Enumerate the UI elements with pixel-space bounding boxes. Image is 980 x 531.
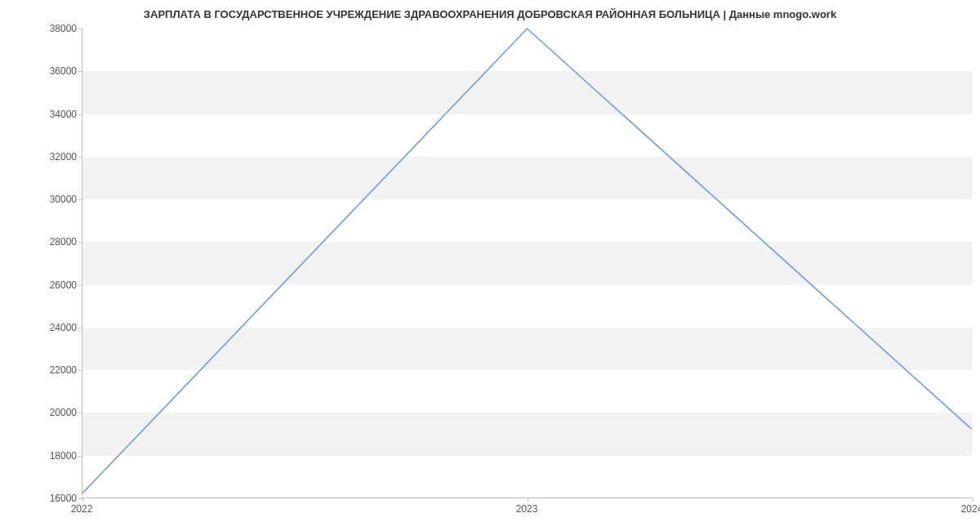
y-tick-mark xyxy=(78,157,82,158)
y-tick-label: 16000 xyxy=(3,493,77,504)
y-tick-label: 20000 xyxy=(3,407,77,418)
x-tick-mark xyxy=(528,498,528,502)
y-tick-mark xyxy=(78,242,82,243)
y-tick-label: 32000 xyxy=(3,151,77,163)
x-tick-label: 2022 xyxy=(71,503,93,515)
y-tick-label: 28000 xyxy=(3,236,77,248)
x-tick-label: 2023 xyxy=(516,503,538,515)
x-tick-mark xyxy=(973,498,973,502)
data-line xyxy=(82,29,972,493)
x-tick-label: 2024 xyxy=(961,503,980,515)
line-series xyxy=(82,29,972,498)
y-tick-label: 30000 xyxy=(3,194,77,205)
y-tick-mark xyxy=(78,29,82,29)
x-tick-mark xyxy=(82,498,83,502)
y-tick-mark xyxy=(78,71,82,72)
y-tick-label: 18000 xyxy=(3,450,77,462)
chart-title: ЗАРПЛАТА В ГОСУДАРСТВЕННОЕ УЧРЕЖДЕНИЕ ЗД… xyxy=(0,8,980,20)
y-tick-label: 36000 xyxy=(3,65,77,77)
y-tick-label: 22000 xyxy=(3,364,77,376)
y-tick-label: 34000 xyxy=(3,109,77,120)
y-tick-label: 26000 xyxy=(3,279,77,291)
y-tick-label: 38000 xyxy=(3,23,77,34)
y-tick-mark xyxy=(78,370,82,371)
y-tick-mark xyxy=(78,328,82,328)
y-tick-mark xyxy=(78,114,82,115)
chart-container: ЗАРПЛАТА В ГОСУДАРСТВЕННОЕ УЧРЕЖДЕНИЕ ЗД… xyxy=(0,0,980,531)
y-tick-mark xyxy=(78,456,82,457)
plot-area xyxy=(82,29,972,498)
y-tick-mark xyxy=(78,199,82,200)
y-tick-label: 24000 xyxy=(3,322,77,333)
y-tick-mark xyxy=(78,413,82,413)
y-tick-mark xyxy=(78,285,82,286)
